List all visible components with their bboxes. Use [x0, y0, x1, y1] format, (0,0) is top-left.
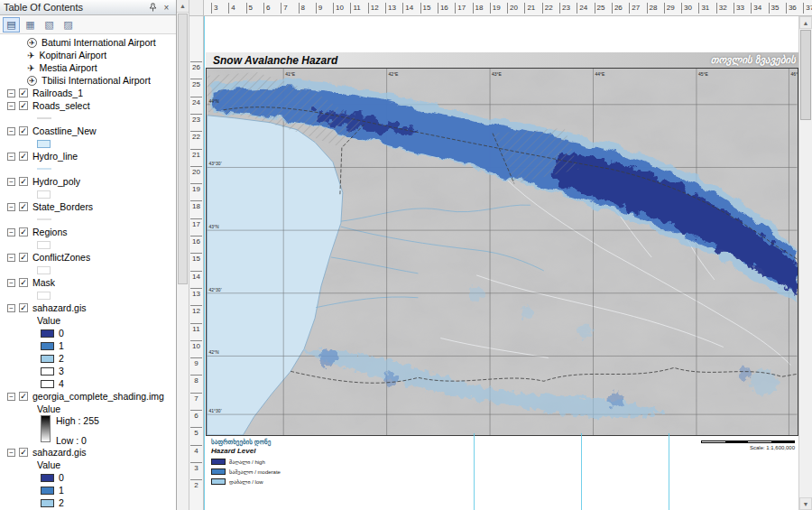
- list-by-drawing-order-icon[interactable]: ▤: [3, 17, 20, 32]
- collapse-icon[interactable]: −: [7, 102, 15, 110]
- toc-layer-item[interactable]: −✓Railroads_1: [0, 87, 176, 99]
- toc-scrollbar[interactable]: ▲: [177, 0, 189, 510]
- layout-view: 3456789101112131415161718192021222324252…: [189, 0, 812, 510]
- scroll-thumb[interactable]: [800, 30, 811, 120]
- toc-layer-item[interactable]: −✓Hydro_line: [0, 150, 176, 162]
- layer-symbol-row: [0, 289, 176, 301]
- toc-titlebar[interactable]: Table Of Contents ×: [0, 0, 176, 15]
- layer-checkbox[interactable]: ✓: [19, 253, 28, 262]
- ruler-left-number: 23: [190, 114, 202, 124]
- ruler-top-number: 7: [281, 3, 287, 14]
- collapse-icon[interactable]: −: [7, 203, 15, 211]
- legend-class-row: 2: [0, 496, 176, 509]
- list-by-selection-icon[interactable]: ▨: [60, 17, 77, 32]
- ruler-left-number: 11: [190, 323, 202, 333]
- toc-layer-item[interactable]: −✓Mask: [0, 276, 176, 289]
- list-by-visibility-icon[interactable]: ▧: [41, 17, 58, 32]
- ruler-left-number: 7: [190, 393, 202, 403]
- map-legend-item: მაღალი / high: [211, 457, 281, 467]
- ruler-row: 3456789101112131415161718192021222324252…: [189, 0, 812, 16]
- collapse-icon[interactable]: −: [7, 254, 15, 262]
- layer-checkbox[interactable]: ✓: [19, 278, 28, 287]
- layer-label: State_Borders: [32, 201, 93, 212]
- layer-symbol-row: [0, 188, 176, 200]
- collapse-icon[interactable]: −: [7, 89, 15, 97]
- lon-label: 45°E: [698, 72, 709, 77]
- layer-label: sahazard.gis: [32, 447, 87, 458]
- scroll-down-icon[interactable]: ▼: [799, 497, 812, 510]
- content-row: 2625242322212019181716151413121110987654…: [189, 16, 812, 510]
- layer-checkbox[interactable]: ✓: [19, 152, 28, 161]
- toc-layer-item[interactable]: −✓Hydro_poly: [0, 175, 176, 188]
- symbol-swatch: [37, 140, 51, 148]
- collapse-icon[interactable]: −: [7, 449, 15, 457]
- layer-symbol-row: [0, 264, 176, 276]
- layout-canvas[interactable]: Snow Avalanche Hazard თოვლის ზვავების სა…: [204, 16, 798, 510]
- layer-symbol-row: [0, 238, 176, 251]
- toc-layer-item[interactable]: −✓sahazard.gis: [0, 446, 176, 459]
- legend-heading-georgian: საფრთხეების დონე: [211, 439, 281, 446]
- class-swatch: [41, 499, 54, 507]
- layout-guide[interactable]: [474, 433, 475, 510]
- list-by-source-icon[interactable]: ▦: [22, 17, 39, 32]
- map-vertical-scrollbar[interactable]: ▲ ▼: [798, 16, 812, 510]
- scroll-up-icon[interactable]: ▲: [177, 0, 189, 13]
- layer-checkbox[interactable]: ✓: [19, 303, 28, 312]
- close-icon[interactable]: ×: [161, 2, 172, 14]
- layer-label: Mask: [32, 277, 55, 288]
- toc-layer-item[interactable]: −✓sahazard.gis: [0, 301, 176, 314]
- symbol-swatch: [37, 241, 51, 249]
- toc-layer-item[interactable]: −✓Regions: [0, 226, 176, 238]
- layout-guide[interactable]: [581, 433, 582, 510]
- layout-guide[interactable]: [669, 433, 669, 510]
- layer-value-row: Value: [0, 314, 176, 327]
- collapse-icon[interactable]: −: [7, 393, 15, 401]
- layer-checkbox[interactable]: ✓: [19, 392, 28, 401]
- layout-guide[interactable]: [204, 16, 205, 510]
- toc-layer-item[interactable]: −✓georgia_complete_shading.img: [0, 390, 176, 403]
- symbol-swatch: [37, 168, 51, 170]
- ruler-left-number: 18: [190, 200, 202, 210]
- value-label: Value: [37, 459, 60, 470]
- toc-layer-item[interactable]: −✓Roads_select: [0, 99, 176, 112]
- ruler-top-number: 36: [786, 3, 797, 14]
- layer-checkbox[interactable]: ✓: [19, 126, 28, 135]
- layer-checkbox[interactable]: ✓: [19, 88, 28, 97]
- collapse-icon[interactable]: −: [7, 153, 15, 161]
- layer-checkbox[interactable]: ✓: [19, 202, 28, 211]
- layer-checkbox[interactable]: ✓: [19, 448, 28, 457]
- airport-label: Kopitnari Airport: [39, 50, 106, 60]
- toc-airport-item[interactable]: ✈Batumi International Airport: [0, 36, 176, 49]
- ruler-left-number: 12: [190, 305, 202, 315]
- pin-icon[interactable]: [147, 2, 159, 14]
- ruler-top-number: 8: [299, 3, 305, 14]
- layer-checkbox[interactable]: ✓: [19, 177, 28, 186]
- toc-airport-item[interactable]: ✈Tbilisi International Airport: [0, 74, 176, 87]
- ruler-corner: [189, 0, 204, 16]
- ruler-top-number: 27: [629, 3, 640, 14]
- collapse-icon[interactable]: −: [7, 304, 15, 312]
- toc-layer-item[interactable]: −✓Coastline_New: [0, 125, 176, 137]
- collapse-icon[interactable]: −: [7, 279, 15, 287]
- toc-layer-item[interactable]: −✓State_Borders: [0, 200, 176, 213]
- lat-label: 44°N: [209, 99, 220, 104]
- toc-airport-item[interactable]: ✈Mestia Airport: [0, 61, 176, 74]
- toc-airport-item[interactable]: ✈Kopitnari Airport: [0, 49, 176, 61]
- map-legend-label: საშუალო / moderate: [229, 468, 281, 475]
- symbol-swatch: [37, 266, 51, 274]
- lat-label: 42°N: [209, 350, 220, 355]
- toc-layer-item[interactable]: −✓ConflictZones: [0, 251, 176, 264]
- collapse-icon[interactable]: −: [7, 127, 15, 135]
- symbol-swatch: [37, 190, 51, 199]
- scroll-up-icon[interactable]: ▲: [799, 16, 812, 29]
- ruler-left-number: 24: [190, 97, 202, 107]
- class-label: 3: [59, 366, 64, 376]
- collapse-icon[interactable]: −: [7, 228, 15, 236]
- layer-label: ConflictZones: [32, 252, 90, 263]
- collapse-icon[interactable]: −: [7, 178, 15, 186]
- ruler-top-number: 6: [263, 3, 270, 14]
- toc-scroll-thumb[interactable]: [178, 14, 188, 284]
- layer-checkbox[interactable]: ✓: [19, 227, 28, 236]
- map-frame[interactable]: 41°E42°E43°E44°E45°E46°E 44°N43°30'43°N4…: [206, 68, 798, 436]
- layer-checkbox[interactable]: ✓: [19, 101, 28, 110]
